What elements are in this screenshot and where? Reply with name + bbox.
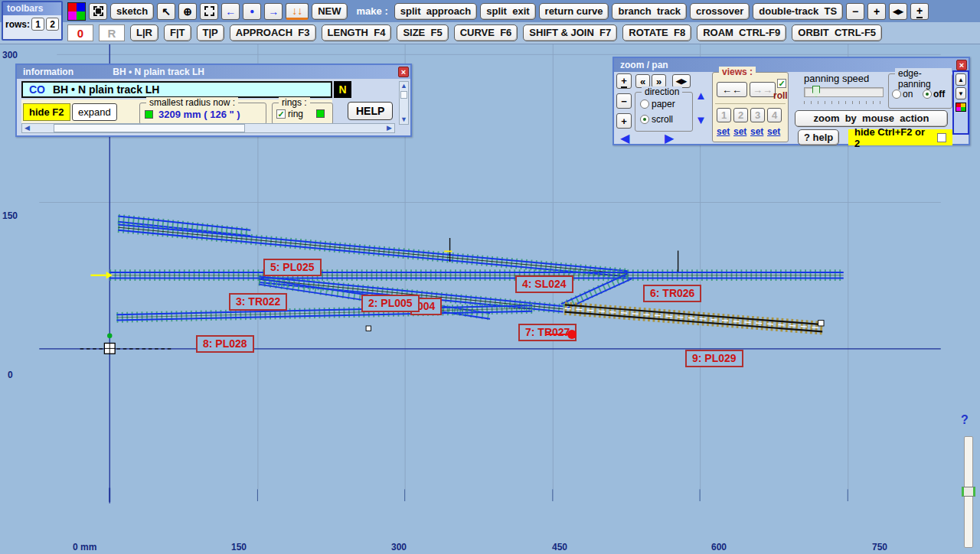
scroll-right-icon[interactable]: ▶ [384,124,394,132]
hide-f2-button[interactable]: hide F2 [23,103,70,121]
zoom-hide-strip[interactable]: hide Ctrl+F2 or 2 [848,129,952,145]
peg-marker-dot[interactable] [567,330,577,339]
canvas-zoom-slider-thumb[interactable] [962,487,975,497]
scroll-left-icon[interactable]: ◀ [22,124,32,132]
crossover-button[interactable]: crossover [690,3,750,20]
view-set-1[interactable]: set [717,126,730,137]
zoom-in-button[interactable]: + [616,113,632,129]
hand-lr-button[interactable]: L|R [130,24,158,41]
template-label-8[interactable]: 8: PL028 [196,335,254,353]
template-label-3[interactable]: 3: TR022 [229,293,287,311]
panning-speed-thumb[interactable] [812,86,820,97]
rows-2-button[interactable]: 2 [46,18,59,31]
view-preset-4[interactable]: 4 [767,108,782,122]
view-set-3[interactable]: set [750,126,763,137]
curve-f6-button[interactable]: CURVE F6 [454,24,518,41]
split-approach-button[interactable]: split approach [394,3,477,20]
pan-up-button[interactable]: ▲ [695,89,707,102]
double-track-ts-button[interactable]: double-track TS [753,3,843,20]
help-question-mark[interactable]: ? [961,413,969,427]
scroll-radio[interactable] [640,115,649,124]
triangle-left-icon: ◀ [620,132,629,145]
pan-right-button[interactable]: ▶ [665,131,674,145]
trackpad-view-button[interactable] [89,3,107,20]
panel-scroll-up-button[interactable]: ▲ [956,73,966,86]
template-label-6[interactable]: 6: TR026 [643,285,701,302]
zoom-out-button[interactable]: − [616,93,632,109]
close-icon[interactable]: × [956,60,967,70]
view-preset-1[interactable]: 1 [717,108,731,122]
return-curve-button[interactable]: return curve [539,3,609,20]
new-button[interactable]: NEW [312,3,347,20]
zoom-rect-button[interactable]: + [616,73,632,89]
branch-track-button[interactable]: branch track [612,3,687,20]
rows-1-button[interactable]: 1 [31,18,44,31]
pan-down-button[interactable]: ▼ [695,113,707,126]
info-help-button[interactable]: HELP [348,102,393,120]
sketch-button[interactable]: sketch [110,3,154,20]
template-label-2[interactable]: 2: PL005 [361,295,420,312]
paper-radio[interactable] [640,99,649,109]
pan-right-button[interactable]: → [264,3,283,20]
info-vertical-scrollbar[interactable]: ▲ ▼ [399,81,409,125]
view-preset-2[interactable]: 2 [733,108,748,122]
close-icon[interactable]: × [398,67,409,77]
edge-panning-off-radio[interactable] [923,90,932,99]
track-segment-lower-siding[interactable] [116,305,532,320]
view-forward-button[interactable]: →→ [750,82,776,97]
notch-counter[interactable]: 0 [67,24,93,41]
size-f5-button[interactable]: SIZE F5 [397,24,448,41]
colour-palette-icon[interactable] [67,2,86,21]
panel-palette-icon[interactable] [956,103,966,112]
rotate-f8-button[interactable]: ROTATE F8 [622,24,691,41]
mouse-pointer-button[interactable]: ↖ [157,3,175,20]
facing-trailing-button[interactable]: F|T [164,24,191,41]
scroll-down-icon[interactable]: ▼ [400,116,408,124]
zoom-rect-button[interactable]: + [910,3,929,20]
panning-speed-slider[interactable] [804,87,884,97]
roundel-button[interactable]: ⊕ [178,3,197,20]
zoom-by-mouse-action-button[interactable]: zoom by mouse action [795,110,948,127]
template-label-5[interactable]: 5: PL025 [263,259,322,276]
view-set-4[interactable]: set [767,126,780,137]
zoom-hide-checkbox[interactable] [937,133,946,142]
info-horizontal-scrollbar[interactable]: ◀ ▶ [21,123,395,133]
r-indicator[interactable]: R [99,24,125,41]
view-preset-3[interactable]: 3 [750,108,765,122]
centre-button[interactable]: ● [243,3,261,20]
edge-panning-on-radio[interactable] [892,90,901,99]
select-box-button[interactable] [200,3,218,20]
template-label-9[interactable]: 9: PL029 [685,350,743,367]
fit-width-button[interactable]: ◀▶ [889,3,907,20]
scroll-up-icon[interactable]: ▲ [400,82,408,90]
info-vscroll-thumb[interactable] [400,91,407,99]
track-segment-upper-branch[interactable] [118,224,628,276]
zoom-in-button[interactable]: + [867,3,886,20]
track-segment-control-template[interactable] [565,305,823,331]
zoom-out-button[interactable]: − [846,3,864,20]
shift-join-f7-button[interactable]: SHIFT & JOIN F7 [523,24,617,41]
length-f4-button[interactable]: LENGTH F4 [322,24,392,41]
turnout-plain-button[interactable]: T|P [197,24,224,41]
track-segment-main-line[interactable] [109,272,844,278]
expand-button[interactable]: expand [72,103,117,121]
template-label-4[interactable]: 4: SL024 [515,275,573,293]
zoom-help-button[interactable]: ? help [798,129,839,145]
pan-left-button[interactable]: ← [221,3,240,20]
panel-scroll-down-button[interactable]: ▼ [956,87,966,99]
info-hscroll-thumb[interactable] [54,124,245,132]
roll-checkbox[interactable]: ✓ [777,79,786,88]
orbit-ctrl-f5-button[interactable]: ORBIT CTRL-F5 [792,24,882,41]
split-exit-button[interactable]: split exit [480,3,535,20]
roam-ctrl-f9-button[interactable]: ROAM CTRL-F9 [697,24,786,41]
ring-colour-swatch[interactable] [316,109,325,118]
drop-template-button[interactable]: ↓↓ [286,3,309,20]
approach-f3-button[interactable]: APPROACH F3 [230,24,316,41]
view-set-2[interactable]: set [733,126,746,137]
rows-label: rows: [5,19,30,30]
view-back-button[interactable]: ←← [717,82,747,97]
pan-left-button[interactable]: ◀ [620,131,629,145]
double-right-arrow-icon: →→ [753,84,773,96]
ring-checkbox[interactable]: ✓ [276,109,286,119]
information-panel-titlebar[interactable]: information BH • N plain track LH × [17,65,410,79]
